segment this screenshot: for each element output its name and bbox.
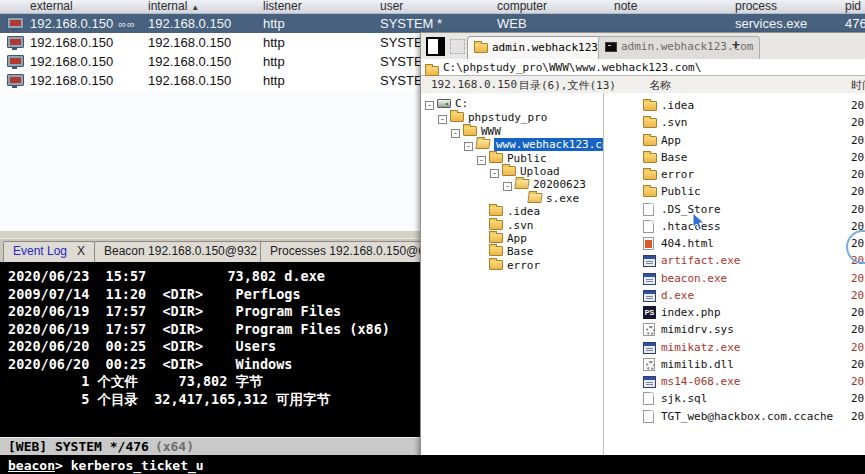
tree-node-base[interactable]: Base: [477, 243, 534, 256]
file-name: mimidrv.sys: [661, 323, 734, 336]
file-name: .DS_Store: [661, 203, 721, 216]
file-row-beacon-exe[interactable]: beacon.exe202: [604, 270, 865, 287]
file-row-mimilib-dll[interactable]: mimilib.dll202: [604, 356, 865, 373]
folder-open-icon: [475, 139, 490, 149]
tree-expander-icon[interactable]: -: [438, 115, 447, 124]
column-name[interactable]: 名称: [649, 78, 671, 93]
cell-internal: 192.168.0.150: [148, 54, 231, 69]
column-header-computer[interactable]: computer: [497, 0, 547, 13]
status-arch: (x64): [155, 439, 194, 454]
file-time: 202: [851, 99, 865, 112]
gear-icon: [643, 323, 655, 336]
tree-node-www[interactable]: -WWW: [451, 123, 501, 136]
new-tab-button[interactable]: +: [729, 37, 743, 53]
file-row-d-exe[interactable]: d.exe202: [604, 287, 865, 304]
tree-expander-icon[interactable]: -: [425, 101, 434, 110]
tree-node-phpstudy-pro[interactable]: -phpstudy_pro: [438, 109, 547, 122]
column-time[interactable]: 时间: [851, 78, 865, 93]
file-row--ds-store[interactable]: .DS_Store201: [604, 201, 865, 218]
tree-node-20200623[interactable]: -20200623: [503, 176, 586, 189]
tree-expander-icon[interactable]: -: [451, 129, 460, 138]
tree-node--idea[interactable]: .idea: [477, 203, 540, 216]
console-input-line[interactable]: beacon> kerberos_ticket_u: [0, 455, 865, 474]
cell-user: SYSTEM *: [380, 16, 442, 31]
file-icon: [643, 203, 654, 216]
file-name: index.php: [661, 306, 721, 319]
file-row-index-php[interactable]: index.php201: [604, 304, 865, 321]
tree-expander-icon[interactable]: -: [464, 142, 473, 151]
file-name: mimilib.dll: [661, 358, 734, 371]
tree-expander-icon[interactable]: -: [477, 156, 486, 165]
tree-node-c-[interactable]: -C:: [425, 96, 468, 109]
file-row-sjk-sql[interactable]: sjk.sql201: [604, 390, 865, 407]
folder-open-icon: [514, 179, 529, 189]
file-icon: [643, 392, 654, 405]
address-folder-icon: [425, 66, 439, 76]
file-name: Base: [661, 151, 688, 164]
column-header-note[interactable]: note: [614, 0, 637, 13]
file-time: 202: [851, 168, 865, 181]
list-column-header: 192.168.0.150 目录(6),文件(13) 名称 时间: [421, 76, 865, 94]
cell-external: 192.168.0.150∞∞: [30, 16, 136, 31]
cell-process: services.exe: [735, 16, 807, 31]
file-row-mimikatz-exe[interactable]: mimikatz.exe202: [604, 339, 865, 356]
cell-listener: http: [263, 16, 285, 31]
file-name: .idea: [661, 99, 694, 112]
file-time: 202: [851, 375, 865, 388]
session-row[interactable]: 192.168.0.150∞∞192.168.0.150httpSYSTEM *…: [0, 14, 865, 33]
folder-icon: [643, 136, 657, 146]
file-row-public[interactable]: Public202: [604, 183, 865, 200]
file-list: .idea202.svn202App202Base202error202Publ…: [604, 93, 865, 461]
file-row-tgt-web-hackbox-com-ccache[interactable]: TGT_web@hackbox.com.ccache202: [604, 408, 865, 425]
folder-icon: [643, 118, 657, 128]
column-header-internal[interactable]: internal▲: [148, 0, 199, 13]
file-time: 202: [851, 116, 865, 129]
screen: { "sessions_table": { "columns": ["exter…: [0, 0, 865, 474]
tree-node-label: error: [507, 259, 540, 272]
tree-node-label: s.exe: [546, 192, 579, 205]
tree-node-upload[interactable]: -Upload: [490, 163, 560, 176]
file-time: 202: [851, 272, 865, 285]
file-row--svn[interactable]: .svn202: [604, 114, 865, 131]
file-row-404-html[interactable]: 404.html20: [604, 235, 865, 252]
tree-expander-icon[interactable]: -: [490, 169, 499, 178]
file-icon: [643, 410, 654, 423]
exe-icon: [643, 342, 656, 354]
tab-event-log[interactable]: Event LogX: [3, 241, 95, 264]
file-name: error: [661, 168, 694, 181]
file-row-error[interactable]: error202: [604, 166, 865, 183]
file-row-base[interactable]: Base202: [604, 149, 865, 166]
folder-icon: [474, 43, 488, 53]
column-header-user[interactable]: user: [380, 0, 403, 13]
cell-external: 192.168.0.150: [30, 54, 113, 69]
file-name: sjk.sql: [661, 392, 707, 405]
tab-beacon[interactable]: Beacon 192.168.0.150@932X: [94, 241, 285, 264]
tree-node-www-webhack123-com[interactable]: -www.webhack123.com: [464, 136, 603, 149]
tree-node--svn[interactable]: .svn: [477, 217, 534, 230]
tree-expander-icon[interactable]: -: [503, 182, 512, 191]
exe-icon: [643, 255, 656, 267]
tab-event-log-label: Event Log: [13, 244, 67, 258]
cell-listener: http: [263, 54, 285, 69]
tab-event-log-close[interactable]: X: [77, 244, 85, 258]
tree-node-public[interactable]: -Public: [477, 150, 547, 163]
address-bar[interactable]: C:\phpstudy_pro\WWW\www.webhack123.com\: [421, 59, 865, 76]
tree-node-error[interactable]: error: [477, 257, 540, 270]
column-header-listener[interactable]: listener: [263, 0, 302, 13]
drive-icon: [437, 99, 451, 108]
file-row--htaccess[interactable]: .htaccess201: [604, 218, 865, 235]
file-row-ms14-068-exe[interactable]: ms14-068.exe202: [604, 373, 865, 390]
file-row-app[interactable]: App202: [604, 132, 865, 149]
column-header-pid[interactable]: pid: [845, 0, 861, 13]
folder-icon: [489, 260, 503, 270]
tree-node-app[interactable]: App: [477, 230, 527, 243]
file-row--idea[interactable]: .idea202: [604, 97, 865, 114]
column-header-external[interactable]: external: [30, 0, 73, 13]
window-icon[interactable]: [426, 37, 445, 56]
address-path: C:\phpstudy_pro\WWW\www.webhack123.com\: [443, 61, 701, 74]
file-row-mimidrv-sys[interactable]: mimidrv.sys202: [604, 321, 865, 338]
folder-icon: [643, 101, 657, 111]
file-row-artifact-exe[interactable]: artifact.exe202: [604, 252, 865, 269]
column-header-process[interactable]: process: [735, 0, 777, 13]
tree-node-s-exe[interactable]: s.exe: [516, 190, 579, 203]
